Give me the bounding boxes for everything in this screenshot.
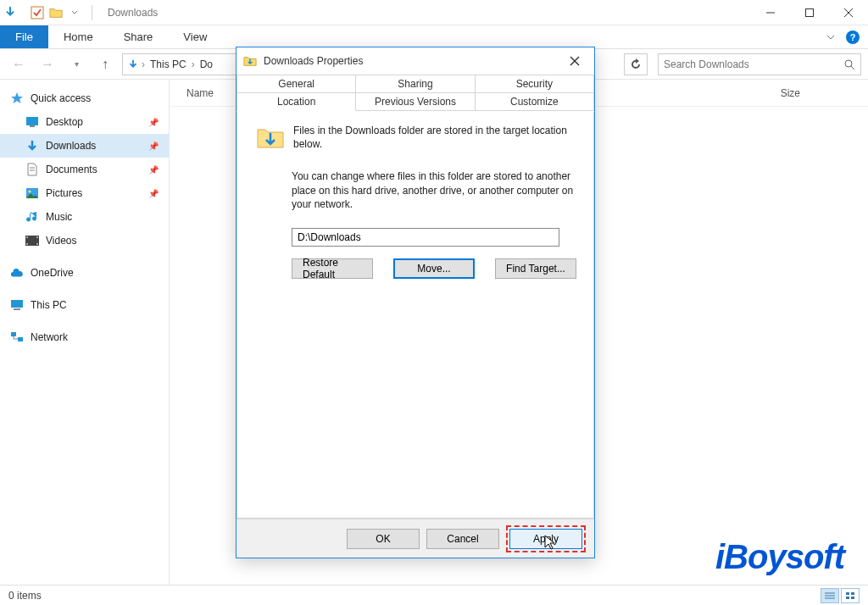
- videos-icon: [25, 234, 39, 247]
- breadcrumb-thispc[interactable]: This PC: [147, 58, 190, 70]
- documents-icon: [25, 163, 39, 176]
- watermark-logo: iBoysoft: [715, 538, 844, 576]
- move-button[interactable]: Move...: [393, 258, 475, 279]
- location-path-input[interactable]: D:\Downloads: [292, 228, 559, 247]
- svg-rect-28: [851, 597, 854, 599]
- svg-rect-20: [11, 332, 16, 336]
- svg-rect-21: [18, 337, 23, 341]
- desktop-icon: [25, 115, 39, 129]
- svg-line-6: [851, 66, 854, 69]
- tab-customize[interactable]: Customize: [475, 92, 594, 111]
- sidebar-item-label: Network: [31, 331, 159, 343]
- svg-rect-14: [26, 236, 28, 238]
- ribbon-tab-share[interactable]: Share: [108, 25, 169, 48]
- ribbon-tab-view[interactable]: View: [168, 25, 222, 48]
- star-icon: [10, 92, 24, 105]
- nav-up-button[interactable]: ↑: [93, 53, 117, 76]
- navigation-pane: Quick access Desktop 📌 Downloads 📌 Docum…: [0, 80, 170, 585]
- sidebar-item-label: Pictures: [46, 187, 82, 199]
- help-icon[interactable]: ?: [846, 31, 860, 44]
- window-title: Downloads: [108, 7, 158, 19]
- search-input[interactable]: [664, 58, 843, 70]
- nav-back-button[interactable]: ←: [7, 53, 31, 76]
- tab-security[interactable]: Security: [475, 75, 594, 93]
- column-header-size[interactable]: Size: [781, 87, 851, 99]
- svg-rect-18: [11, 300, 23, 308]
- pictures-icon: [25, 186, 39, 200]
- cancel-button[interactable]: Cancel: [426, 529, 499, 549]
- ribbon: File Home Share View ?: [0, 25, 868, 49]
- ribbon-file-tab[interactable]: File: [0, 25, 48, 48]
- svg-point-5: [845, 60, 852, 67]
- ribbon-expand-icon[interactable]: [824, 31, 837, 44]
- sidebar-thispc[interactable]: This PC: [0, 293, 169, 317]
- titlebar: Downloads: [0, 0, 868, 25]
- tab-sharing[interactable]: Sharing: [355, 75, 475, 93]
- quick-access-toolbar: Downloads: [0, 5, 161, 20]
- ribbon-tab-home[interactable]: Home: [48, 25, 108, 48]
- apply-button[interactable]: Apply: [509, 529, 582, 549]
- dialog-close-button[interactable]: [562, 49, 587, 73]
- music-icon: [25, 210, 39, 224]
- sidebar-onedrive[interactable]: OneDrive: [0, 261, 169, 285]
- search-icon[interactable]: [843, 58, 855, 70]
- tab-general[interactable]: General: [236, 75, 356, 93]
- sidebar-item-music[interactable]: Music: [0, 205, 169, 229]
- details-view-button[interactable]: [821, 588, 839, 603]
- svg-rect-26: [851, 592, 854, 595]
- breadcrumb-sep: ›: [190, 58, 197, 70]
- ok-button[interactable]: OK: [347, 529, 420, 549]
- refresh-button[interactable]: [624, 53, 648, 75]
- properties-check-icon[interactable]: [31, 6, 44, 19]
- maximize-button[interactable]: [790, 0, 829, 25]
- search-box[interactable]: [658, 53, 861, 75]
- apply-highlight-annotation: Apply: [506, 525, 586, 552]
- svg-rect-17: [36, 243, 38, 245]
- sidebar-item-label: This PC: [31, 299, 159, 311]
- sidebar-item-desktop[interactable]: Desktop 📌: [0, 110, 169, 134]
- thispc-icon: [10, 298, 24, 312]
- sidebar-quick-access[interactable]: Quick access: [0, 86, 169, 110]
- folder-icon[interactable]: [49, 6, 63, 19]
- pin-icon: 📌: [148, 189, 159, 198]
- tab-previous-versions[interactable]: Previous Versions: [355, 92, 475, 111]
- sidebar-item-videos[interactable]: Videos: [0, 229, 169, 253]
- dialog-titlebar[interactable]: Downloads Properties: [236, 47, 594, 75]
- breadcrumb-current[interactable]: Do: [197, 58, 216, 70]
- sidebar-item-label: Desktop: [46, 116, 83, 128]
- dialog-description-text: You can change where files in this folde…: [292, 169, 575, 211]
- sidebar-item-label: Documents: [46, 164, 97, 175]
- sidebar-item-label: Music: [46, 211, 72, 223]
- pin-icon: 📌: [148, 118, 159, 127]
- dialog-body: Files in the Downloads folder are stored…: [236, 112, 594, 519]
- close-button[interactable]: [829, 0, 868, 25]
- svg-rect-8: [30, 125, 35, 127]
- qat-divider-icon: [22, 6, 25, 19]
- sidebar-item-documents[interactable]: Documents 📌: [0, 158, 169, 181]
- nav-forward-button[interactable]: →: [36, 53, 59, 76]
- nav-recent-dropdown[interactable]: ▾: [64, 53, 88, 76]
- dialog-tabs: General Sharing Security Location Previo…: [236, 75, 594, 112]
- tab-location[interactable]: Location: [236, 92, 356, 111]
- svg-rect-19: [14, 308, 20, 310]
- sidebar-item-downloads[interactable]: Downloads 📌: [0, 134, 169, 158]
- sidebar-item-pictures[interactable]: Pictures 📌: [0, 181, 169, 205]
- status-item-count: 0 items: [8, 590, 42, 602]
- find-target-button[interactable]: Find Target...: [495, 258, 576, 279]
- network-icon: [10, 330, 24, 344]
- dialog-footer: OK Cancel Apply: [236, 519, 594, 558]
- svg-rect-15: [26, 243, 28, 245]
- downloads-icon: [25, 139, 39, 153]
- svg-rect-16: [36, 236, 38, 238]
- sidebar-item-label: Downloads: [46, 140, 96, 152]
- qat-dropdown-icon[interactable]: [68, 6, 81, 19]
- minimize-button[interactable]: [751, 0, 790, 25]
- svg-point-12: [29, 191, 31, 193]
- icons-view-button[interactable]: [841, 588, 860, 603]
- separator: [92, 5, 92, 20]
- sidebar-item-label: Videos: [46, 235, 76, 247]
- svg-rect-2: [806, 8, 814, 16]
- restore-default-button[interactable]: Restore Default: [292, 258, 373, 279]
- onedrive-icon: [10, 266, 24, 280]
- sidebar-network[interactable]: Network: [0, 325, 169, 349]
